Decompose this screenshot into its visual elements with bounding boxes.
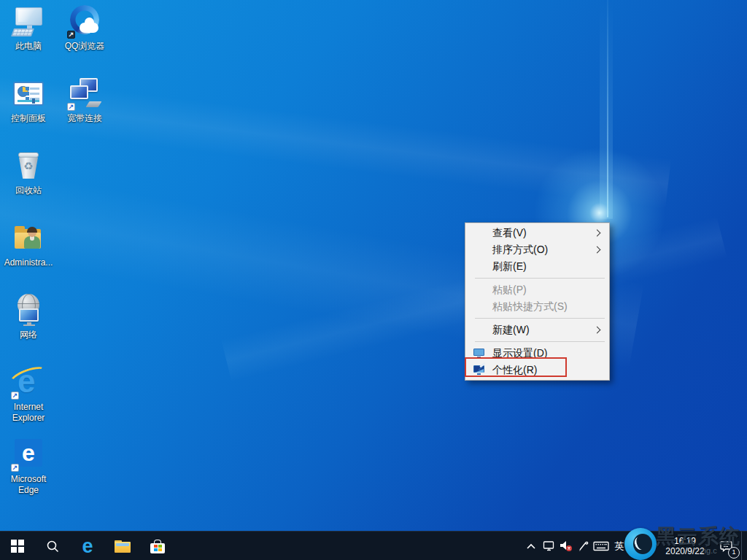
menu-separator [475, 278, 605, 279]
desktop-icon-label: 网络 [20, 330, 37, 341]
menu-item-refresh[interactable]: 刷新(E) [465, 258, 609, 275]
menu-item-sort-by[interactable]: 排序方式(O) [465, 241, 609, 258]
taskbar-edge-button[interactable]: e [70, 532, 105, 560]
shortcut-arrow-icon: ↗ [67, 31, 75, 39]
control-panel-icon [11, 77, 46, 112]
start-button[interactable] [0, 532, 35, 560]
desktop-icon-this-pc[interactable]: 此电脑 [1, 4, 56, 52]
pen-icon [577, 540, 590, 553]
broadband-connection-icon: ↗ [67, 77, 102, 112]
desktop-icon-control-panel[interactable]: 控制面板 [1, 77, 56, 124]
submenu-arrow-icon [594, 230, 601, 237]
desktop-icon-label: Administra... [4, 257, 53, 268]
internet-explorer-icon: e ↗ [11, 365, 46, 400]
desktop-icon-network[interactable]: 网络 [1, 293, 56, 341]
edge-e-glyph: e [22, 441, 35, 464]
touch-keyboard-tray-button[interactable] [592, 532, 610, 560]
desktop-icon-label: 控制面板 [11, 113, 46, 124]
user-folder-icon [11, 221, 46, 256]
shortcut-arrow-icon: ↗ [11, 464, 19, 472]
desktop-icon-broadband[interactable]: ↗ 宽带连接 [57, 77, 112, 124]
wallpaper-light-edge [600, 0, 613, 219]
edge-icon: e [82, 537, 93, 556]
search-icon [46, 540, 59, 553]
recycle-glyph: ♻ [11, 160, 46, 173]
desktop-icon-label: Microsoft Edge [1, 474, 56, 497]
file-explorer-icon [115, 540, 131, 553]
desktop[interactable]: 此电脑 ↗ QQ浏览器 控制面板 ↗ 宽带连接 ♻ 回收站 [0, 0, 747, 560]
microsoft-store-icon [150, 540, 165, 553]
shortcut-arrow-icon: ↗ [67, 103, 75, 111]
taskbar-file-explorer-button[interactable] [105, 532, 140, 560]
recycle-bin-icon: ♻ [11, 149, 46, 184]
menu-separator [475, 318, 605, 319]
network-icon [11, 293, 46, 328]
menu-item-label: 新建(W) [492, 324, 530, 337]
menu-item-label: 粘贴快捷方式(S) [492, 300, 568, 314]
menu-separator [475, 341, 605, 342]
annotation-highlight-box [465, 357, 567, 377]
windows-logo-icon [11, 540, 24, 553]
show-desktop-button[interactable] [741, 532, 747, 560]
windows-ink-tray-button[interactable] [575, 532, 592, 560]
taskbar-store-button[interactable] [140, 532, 175, 560]
network-tray-button[interactable] [540, 532, 557, 560]
menu-item-label: 粘贴(P) [492, 284, 527, 297]
desktop-icon-label: 回收站 [15, 185, 42, 196]
menu-item-label: 刷新(E) [492, 260, 527, 273]
wallpaper-light-edge [607, 0, 608, 217]
desktop-icon-administrator[interactable]: Administra... [1, 221, 56, 268]
chevron-up-icon [526, 542, 536, 551]
desktop-icon-internet-explorer[interactable]: e ↗ Internet Explorer [1, 365, 56, 424]
desktop-icon-label: 此电脑 [15, 41, 42, 52]
show-hidden-icons-button[interactable] [522, 532, 540, 560]
menu-item-paste: 粘贴(P) [465, 281, 609, 298]
submenu-arrow-icon [594, 246, 601, 254]
search-button[interactable] [35, 532, 70, 560]
volume-muted-icon [559, 540, 573, 553]
desktop-icon-recycle-bin[interactable]: ♻ 回收站 [1, 149, 56, 196]
qq-browser-icon: ↗ [67, 4, 102, 39]
menu-item-label: 查看(V) [492, 227, 527, 240]
watermark-text: 黑云系统 [656, 523, 740, 551]
microsoft-edge-icon: e ↗ [11, 438, 46, 472]
this-pc-icon [11, 4, 46, 39]
desktop-icon-qq-browser[interactable]: ↗ QQ浏览器 [57, 4, 112, 52]
submenu-arrow-icon [594, 327, 601, 334]
keyboard-icon [593, 540, 609, 552]
shortcut-arrow-icon: ↗ [11, 392, 19, 400]
watermark-logo-icon [624, 528, 657, 560]
desktop-icon-label: QQ浏览器 [65, 41, 105, 52]
desktop-icon-label: Internet Explorer [1, 402, 56, 424]
menu-item-view[interactable]: 查看(V) [465, 225, 609, 241]
menu-item-label: 排序方式(O) [492, 244, 548, 257]
menu-item-new[interactable]: 新建(W) [465, 322, 609, 338]
volume-tray-button[interactable] [557, 532, 575, 560]
desktop-icon-microsoft-edge[interactable]: e ↗ Microsoft Edge [1, 438, 56, 497]
network-status-icon [542, 540, 555, 552]
menu-item-paste-shortcut: 粘贴快捷方式(S) [465, 298, 609, 315]
desktop-icon-label: 宽带连接 [67, 113, 102, 124]
